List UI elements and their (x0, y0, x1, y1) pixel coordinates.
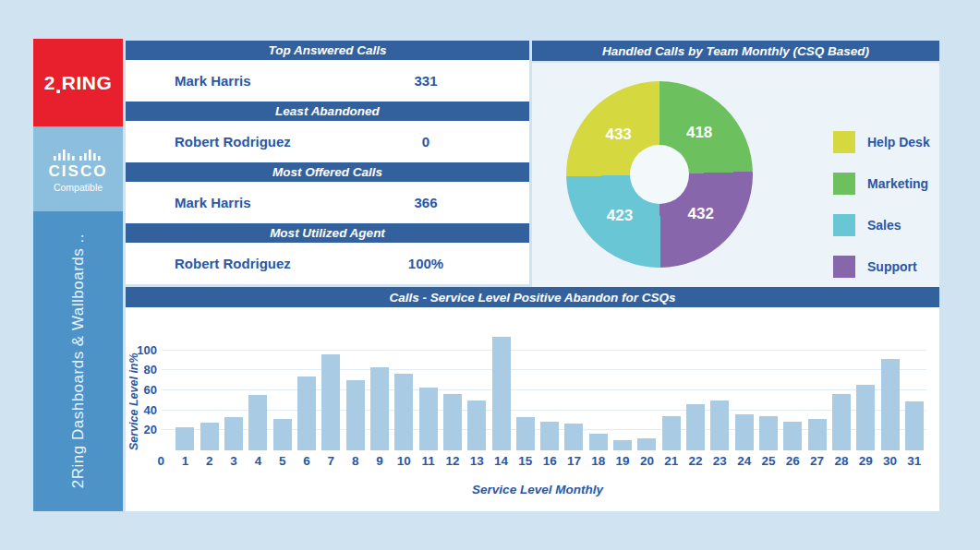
bar-slot (659, 330, 684, 450)
bar-slot (635, 330, 659, 450)
legend-swatch (833, 131, 855, 153)
bar-day-30 (881, 359, 900, 450)
x-tick-label: 28 (829, 454, 853, 468)
stat-header-most-offered: Most Offered Calls (126, 162, 529, 182)
bar-day-22 (686, 404, 705, 450)
bar-slot (416, 330, 440, 450)
legend-swatch (833, 256, 855, 278)
x-tick-label: 2 (198, 454, 222, 468)
stat-row-top-answered: Mark Harris 331 (126, 60, 529, 102)
x-tick-label: 16 (538, 454, 562, 468)
bar-day-12 (443, 394, 462, 450)
slice-value-label: 423 (607, 207, 633, 225)
bar-day-18 (589, 434, 608, 450)
legend-item-marketing: Marketing (833, 173, 930, 195)
donut-legend: Help Desk Marketing Sales Support (833, 131, 930, 278)
bar-slot (173, 330, 197, 450)
x-tick-label: 5 (271, 454, 295, 468)
bar-day-24 (735, 414, 754, 450)
bar-day-6 (297, 377, 316, 450)
legend-label: Marketing (867, 176, 928, 191)
bar-slot (295, 330, 319, 450)
legend-item-help-desk: Help Desk (833, 131, 930, 153)
bar-slot (877, 330, 901, 450)
bar-slot (465, 330, 489, 450)
bar-slot (344, 330, 368, 450)
donut-chart-title: Handled Calls by Team Monthly (CSQ Based… (532, 41, 939, 61)
agent-name: Robert Rodriguez (126, 256, 291, 271)
handled-calls-panel: Handled Calls by Team Monthly (CSQ Based… (532, 41, 939, 287)
bar-slot (902, 330, 926, 450)
x-tick-label: 18 (587, 454, 611, 468)
legend-label: Support (867, 259, 917, 274)
slice-value-label: 433 (605, 126, 631, 144)
bar-day-10 (394, 374, 413, 450)
logo-dot-icon (56, 90, 60, 93)
stats-panel: Top Answered Calls Mark Harris 331 Least… (126, 41, 529, 284)
bar-day-27 (808, 419, 827, 450)
bar-slot (805, 330, 829, 450)
x-tick-label: 19 (611, 454, 635, 468)
stat-row-least-abandoned: Robert Rodriguez 0 (126, 121, 529, 162)
content-area: Top Answered Calls Mark Harris 331 Least… (126, 39, 939, 511)
x-tick-label: 29 (853, 454, 877, 468)
bar-slot (853, 330, 877, 450)
bar-day-29 (856, 385, 875, 451)
cisco-compatible-badge: CISCO Compatible (33, 126, 123, 211)
bar-slot (684, 330, 708, 450)
bar-slot (538, 330, 562, 450)
agent-name: Mark Harris (126, 195, 251, 210)
plot-area (149, 330, 926, 450)
x-tick-label: 23 (708, 454, 732, 468)
sidebar-title: 2Ring Dashboards & Wallboards .. (69, 233, 88, 488)
bar-slot (562, 330, 586, 450)
cisco-tagline: Compatible (54, 182, 103, 193)
logo-suffix: RING (62, 72, 113, 94)
2ring-logo-block: 2 RING (33, 39, 123, 126)
x-tick-label: 1 (173, 454, 197, 468)
x-axis-title: Service Level Monthly (149, 483, 926, 496)
agent-name: Robert Rodriguez (126, 134, 291, 149)
x-axis-ticks: 0123456789101112131415161718192021222324… (149, 454, 926, 468)
x-tick-label: 8 (344, 454, 368, 468)
legend-label: Help Desk (867, 135, 930, 149)
bar-day-3 (224, 417, 243, 450)
x-tick-label: 22 (684, 454, 708, 468)
stat-value: 100% (352, 256, 500, 271)
bar-day-13 (467, 401, 486, 450)
bar-day-20 (637, 438, 656, 450)
stat-value: 0 (352, 134, 500, 149)
legend-item-support: Support (833, 256, 930, 278)
legend-item-sales: Sales (833, 214, 930, 236)
x-tick-label: 25 (756, 454, 780, 468)
donut-chart: 418432423433 (566, 81, 753, 268)
x-tick-label: 15 (514, 454, 538, 468)
bar-day-5 (273, 419, 292, 450)
agent-name: Mark Harris (126, 73, 251, 89)
x-tick-label: 21 (659, 454, 684, 468)
x-tick-label: 30 (877, 454, 901, 468)
legend-swatch (833, 214, 855, 236)
bar-day-2 (200, 423, 219, 450)
bar-slot (780, 330, 805, 450)
bar-slot (149, 330, 173, 450)
cisco-wordmark: CISCO (49, 162, 108, 181)
bar-slot (198, 330, 222, 450)
x-tick-label: 13 (465, 454, 489, 468)
donut-chart-area: 418432423433 Help Desk Marketing Sales (532, 63, 939, 287)
x-tick-label: 7 (319, 454, 343, 468)
bar-day-26 (783, 422, 802, 450)
x-tick-label: 24 (732, 454, 756, 468)
bar-day-19 (613, 440, 632, 450)
bar-day-25 (759, 416, 778, 450)
stat-value: 366 (352, 195, 500, 210)
bar-day-14 (492, 337, 511, 451)
stat-row-most-offered: Mark Harris 366 (126, 182, 529, 223)
bar-slot (489, 330, 513, 450)
bars (149, 330, 926, 450)
x-tick-label: 26 (780, 454, 805, 468)
bar-slot (392, 330, 416, 450)
bar-slot (441, 330, 465, 450)
2ring-logo: 2 RING (44, 72, 113, 94)
bar-day-4 (248, 395, 267, 450)
